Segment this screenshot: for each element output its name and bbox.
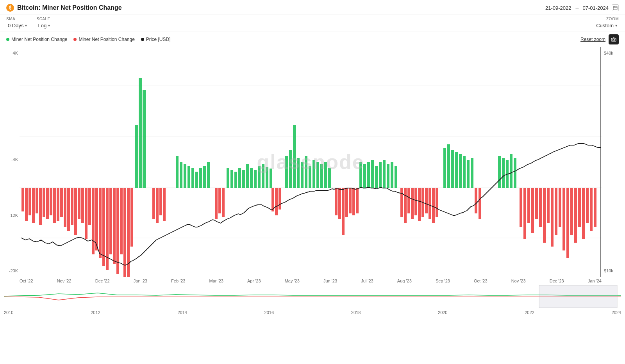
svg-rect-35 — [285, 156, 288, 188]
svg-rect-113 — [338, 188, 341, 219]
svg-rect-45 — [324, 162, 327, 188]
svg-rect-17 — [188, 166, 190, 188]
legend-dot-black — [141, 38, 144, 41]
x-label-feb23: Feb '23 — [171, 279, 185, 283]
reset-zoom-button[interactable]: Reset zoom — [580, 37, 605, 42]
svg-rect-29 — [250, 168, 253, 188]
svg-rect-25 — [234, 172, 237, 188]
scale-dropdown[interactable]: Log ▾ — [36, 22, 52, 29]
svg-rect-98 — [120, 188, 123, 254]
svg-rect-68 — [510, 154, 512, 188]
x-label-jan24: Jan '24 — [588, 279, 602, 283]
sma-dropdown[interactable]: 0 Days ▾ — [6, 22, 29, 29]
x-label-dec23: Dec '23 — [550, 279, 564, 283]
mini-x-2018: 2018 — [351, 310, 361, 315]
svg-rect-137 — [539, 188, 542, 227]
svg-rect-74 — [36, 188, 38, 213]
svg-rect-142 — [559, 188, 561, 227]
svg-rect-85 — [74, 188, 77, 235]
y-label-neg12k: -12K — [0, 213, 20, 218]
x-axis: Oct '22 Nov '22 Dec '22 Jan '23 Feb '23 … — [0, 277, 625, 285]
title-area: ₿ Bitcoin: Miner Net Position Change — [6, 4, 122, 12]
svg-rect-151 — [594, 188, 596, 227]
sma-control: SMA 0 Days ▾ — [6, 17, 29, 29]
svg-rect-117 — [352, 188, 355, 215]
svg-rect-148 — [582, 188, 585, 239]
svg-rect-119 — [400, 188, 403, 217]
svg-rect-59 — [451, 150, 454, 188]
scale-chevron: ▾ — [48, 23, 50, 28]
svg-rect-46 — [328, 168, 331, 188]
svg-rect-101 — [130, 188, 133, 247]
svg-rect-129 — [436, 188, 438, 217]
svg-rect-123 — [414, 188, 417, 215]
x-label-oct22: Oct '22 — [20, 279, 33, 283]
svg-rect-88 — [85, 188, 88, 239]
svg-rect-61 — [459, 154, 462, 188]
svg-rect-134 — [527, 188, 530, 223]
svg-rect-21 — [203, 166, 206, 188]
svg-rect-80 — [57, 188, 59, 221]
zoom-chevron: ▾ — [615, 23, 617, 28]
x-label-may23: May '23 — [285, 279, 300, 283]
svg-rect-86 — [78, 188, 80, 219]
svg-rect-133 — [523, 188, 526, 239]
svg-rect-145 — [570, 188, 573, 235]
svg-rect-40 — [305, 156, 307, 188]
svg-rect-144 — [566, 188, 569, 258]
main-chart-svg-area: glassnode — [20, 47, 602, 277]
svg-rect-50 — [371, 160, 374, 188]
svg-rect-72 — [29, 188, 31, 215]
scale-control: Scale Log ▾ — [36, 17, 52, 29]
svg-rect-122 — [411, 188, 414, 219]
x-label-oct23: Oct '23 — [474, 279, 488, 283]
y-label-neg20k: -20K — [0, 268, 20, 273]
svg-rect-33 — [266, 167, 268, 188]
svg-rect-126 — [425, 188, 428, 213]
svg-rect-20 — [199, 168, 202, 188]
svg-rect-16 — [184, 164, 186, 188]
svg-rect-103 — [156, 188, 159, 223]
legend-item-red: Miner Net Position Change — [73, 37, 134, 42]
mini-chart: 2010 2012 2014 2016 2018 2020 2022 2024 — [0, 285, 625, 316]
svg-rect-124 — [418, 188, 421, 221]
svg-rect-132 — [520, 188, 522, 227]
svg-rect-19 — [195, 172, 198, 188]
svg-rect-92 — [99, 188, 102, 258]
svg-rect-90 — [92, 188, 95, 254]
btc-icon: ₿ — [6, 4, 14, 12]
svg-rect-110 — [275, 188, 278, 215]
svg-rect-112 — [335, 188, 338, 215]
svg-rect-24 — [230, 170, 233, 188]
svg-rect-30 — [254, 170, 257, 188]
svg-rect-66 — [502, 158, 505, 188]
x-label-sep23: Sep '23 — [436, 279, 450, 283]
x-label-jun23: Jun '23 — [323, 279, 337, 283]
svg-rect-37 — [293, 125, 296, 188]
svg-rect-87 — [81, 188, 84, 223]
svg-rect-13 — [135, 125, 138, 188]
svg-rect-84 — [71, 188, 73, 225]
zoom-control: Zoom Custom ▾ — [595, 17, 619, 29]
svg-rect-89 — [88, 188, 91, 225]
svg-rect-114 — [342, 188, 345, 235]
svg-rect-116 — [349, 188, 352, 213]
camera-button[interactable] — [609, 34, 619, 44]
calendar-icon[interactable] — [612, 4, 619, 11]
mini-chart-inner: 2010 2012 2014 2016 2018 2020 2022 2024 — [0, 285, 625, 316]
svg-point-5 — [613, 39, 615, 41]
zoom-dropdown[interactable]: Custom ▾ — [595, 22, 619, 29]
svg-rect-143 — [562, 188, 565, 250]
svg-rect-0 — [613, 6, 617, 10]
svg-rect-130 — [475, 188, 477, 213]
mini-x-2010: 2010 — [4, 310, 13, 315]
legend-dot-red — [73, 38, 77, 41]
svg-rect-95 — [109, 188, 112, 254]
svg-rect-11 — [139, 78, 142, 188]
svg-rect-69 — [514, 158, 516, 188]
svg-rect-12 — [143, 90, 146, 188]
svg-rect-48 — [363, 164, 366, 188]
y-axis-right: $40k $10k — [602, 47, 625, 277]
svg-rect-138 — [543, 188, 546, 243]
svg-rect-77 — [46, 188, 49, 219]
